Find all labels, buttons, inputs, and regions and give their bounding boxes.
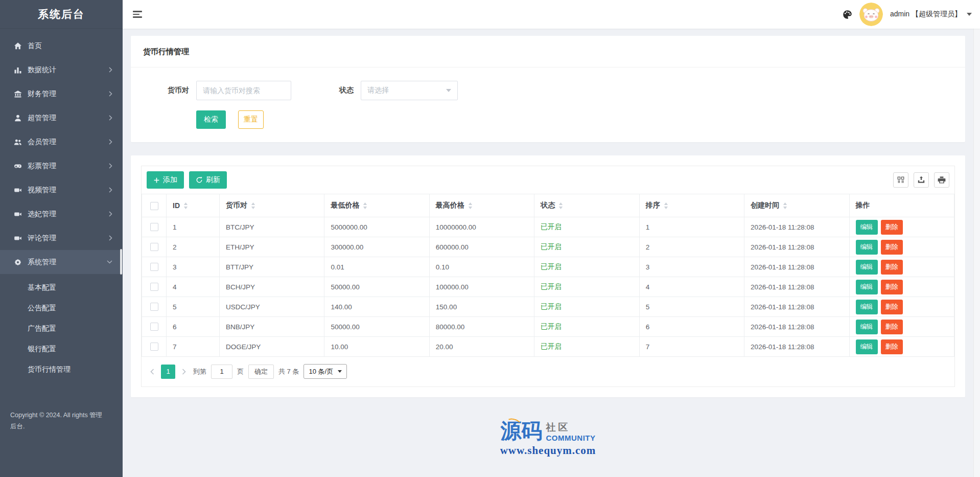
cell-pair: BTT/JPY: [220, 257, 324, 277]
row-checkbox[interactable]: [150, 303, 158, 311]
submenu-item-notice-config[interactable]: 公告配置: [0, 298, 123, 318]
sidebar-item-video[interactable]: 视频管理: [0, 178, 123, 202]
sort-icon[interactable]: [664, 202, 668, 209]
page-size-value: 10 条/页: [309, 367, 333, 376]
row-checkbox[interactable]: [150, 263, 158, 271]
sidebar-item-label: 首页: [28, 41, 42, 51]
sidebar-scrollbar-thumb[interactable]: [120, 249, 122, 275]
page-size-select[interactable]: 10 条/页: [304, 364, 347, 379]
sidebar-item-concubine[interactable]: 选妃管理: [0, 202, 123, 226]
columns-icon: [897, 176, 905, 184]
row-checkbox[interactable]: [150, 243, 158, 251]
sidebar-item-members[interactable]: 会员管理: [0, 130, 123, 154]
sidebar-item-home[interactable]: 首页: [0, 34, 123, 58]
table-option-icons: [893, 172, 949, 188]
page-number-button[interactable]: 1: [161, 365, 175, 379]
sidebar-item-superadmin[interactable]: 超管管理: [0, 106, 123, 130]
reset-button[interactable]: 重置: [238, 110, 264, 129]
cell-pair: ETH/JPY: [220, 237, 324, 257]
submenu-item-currency-market[interactable]: 货币行情管理: [0, 359, 123, 379]
refresh-button-label: 刷新: [206, 175, 220, 185]
row-checkbox[interactable]: [150, 223, 158, 231]
cell-min: 10.00: [324, 337, 429, 357]
edit-button[interactable]: 编辑: [856, 240, 878, 255]
delete-button[interactable]: 删除: [881, 220, 903, 235]
avatar[interactable]: [859, 3, 883, 26]
sidebar-item-comments[interactable]: 评论管理: [0, 226, 123, 250]
page-scrollbar[interactable]: [973, 29, 980, 477]
select-all-checkbox[interactable]: [150, 202, 158, 210]
cell-max: 150.00: [429, 297, 534, 317]
columns-toggle-button[interactable]: [893, 172, 908, 188]
cell-min: 140.00: [324, 297, 429, 317]
edit-button[interactable]: 编辑: [856, 220, 878, 235]
export-button[interactable]: [914, 172, 929, 188]
print-button[interactable]: [934, 172, 949, 188]
menu-toggle-icon[interactable]: [133, 9, 143, 19]
cell-sort: 4: [639, 277, 744, 297]
edit-button[interactable]: 编辑: [856, 260, 878, 275]
goto-confirm-button[interactable]: 确定: [248, 365, 274, 379]
cell-min: 0.01: [324, 257, 429, 277]
sort-icon[interactable]: [558, 202, 563, 209]
cell-sort: 2: [639, 237, 744, 257]
table-row: 1 BTC/JPY 5000000.00 10000000.00 已开启 1 2…: [142, 217, 954, 237]
sort-icon[interactable]: [363, 202, 367, 209]
edit-button[interactable]: 编辑: [856, 339, 878, 354]
sidebar-item-lottery[interactable]: 彩票管理: [0, 154, 123, 178]
cell-min: 50000.00: [324, 277, 429, 297]
next-page-icon[interactable]: [180, 369, 189, 375]
delete-button[interactable]: 删除: [881, 240, 903, 255]
pair-search-input[interactable]: [196, 81, 291, 100]
app-logo: 系统后台: [0, 0, 123, 29]
theme-palette-icon[interactable]: [843, 10, 852, 19]
cell-pair: BCH/JPY: [220, 277, 324, 297]
bar-chart-icon: [14, 66, 22, 74]
submenu-item-bank-config[interactable]: 银行配置: [0, 338, 123, 359]
topbar: admin 【超级管理员】: [123, 0, 980, 29]
delete-button[interactable]: 删除: [881, 280, 903, 294]
delete-button[interactable]: 删除: [881, 260, 903, 275]
add-button[interactable]: 添加: [147, 171, 184, 189]
delete-button[interactable]: 删除: [881, 320, 903, 334]
status-label: 状态: [328, 86, 354, 95]
delete-button[interactable]: 删除: [881, 339, 903, 354]
cell-id: 5: [167, 297, 220, 317]
submenu-item-basic-config[interactable]: 基本配置: [0, 277, 123, 298]
cell-id: 7: [167, 337, 220, 357]
row-checkbox[interactable]: [150, 323, 158, 331]
home-icon: [14, 42, 22, 50]
row-checkbox[interactable]: [150, 283, 158, 291]
edit-button[interactable]: 编辑: [856, 320, 878, 334]
edit-button[interactable]: 编辑: [856, 300, 878, 314]
table-row: 3 BTT/JPY 0.01 0.10 已开启 3 2026-01-18 11:…: [142, 257, 954, 277]
sidebar-item-statistics[interactable]: 数据统计: [0, 58, 123, 82]
sort-icon[interactable]: [468, 202, 473, 209]
status-badge: 已开启: [534, 297, 639, 317]
col-header-id: ID: [173, 201, 180, 210]
row-checkbox[interactable]: [150, 343, 158, 351]
goto-page-input[interactable]: [211, 365, 232, 379]
edit-button[interactable]: 编辑: [856, 280, 878, 294]
search-button[interactable]: 检索: [196, 110, 226, 129]
user-dropdown-caret-icon[interactable]: [967, 13, 972, 16]
footer-site-url: www.shequym.com: [500, 444, 596, 457]
sidebar-item-system[interactable]: 系统管理: [0, 250, 123, 274]
prev-page-icon[interactable]: [148, 369, 156, 375]
cell-sort: 6: [639, 317, 744, 337]
delete-button[interactable]: 删除: [881, 300, 903, 314]
refresh-button[interactable]: 刷新: [189, 171, 227, 189]
sort-icon[interactable]: [251, 202, 255, 209]
sort-icon[interactable]: [183, 202, 188, 209]
current-user-label[interactable]: admin 【超级管理员】: [890, 10, 962, 19]
sort-icon[interactable]: [783, 202, 787, 209]
content-column: admin 【超级管理员】 货币行情管理 货币对 状态 请选择 检索 重置: [123, 0, 980, 477]
sidebar-item-label: 评论管理: [28, 234, 56, 243]
cell-created: 2026-01-18 11:28:08: [744, 217, 849, 237]
cell-id: 6: [167, 317, 220, 337]
cell-pair: DOGE/JPY: [220, 337, 324, 357]
submenu-item-ad-config[interactable]: 广告配置: [0, 318, 123, 338]
status-select[interactable]: 请选择: [361, 81, 458, 100]
pair-label: 货币对: [143, 86, 189, 95]
sidebar-item-finance[interactable]: 财务管理: [0, 82, 123, 106]
